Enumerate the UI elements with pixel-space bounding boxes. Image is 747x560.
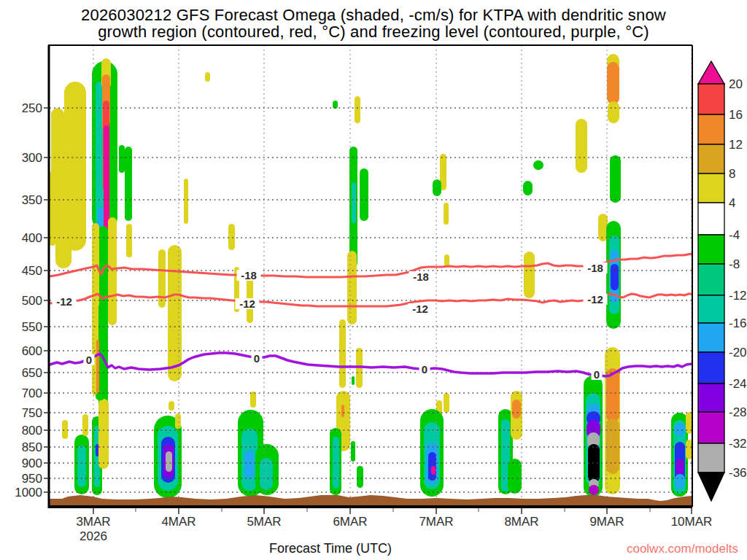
omega-blob-goldenrod [606,419,619,474]
x-axis: 3MAR20264MAR5MAR6MAR7MAR8MAR9MAR10MAR [76,508,712,543]
y-tick-label: 750 [22,406,42,420]
omega-blob-cyan [675,474,685,489]
contour-label-dendritic-minus12: -12 [239,298,255,310]
omega-blob-yellow [169,401,174,411]
x-tick-label: 8MAR [504,515,538,529]
contour-label-freezing-level-0: 0 [254,352,260,365]
omega-blob-yellow [62,420,68,439]
x-tick-label: 4MAR [161,515,196,529]
contour-label-dendritic-minus12: -12 [412,303,428,315]
colorbar-label: 12 [729,138,743,152]
y-tick-label: 450 [22,264,42,278]
omega-blob-yellow [168,245,182,381]
omega-blob-green [610,155,621,203]
colorbar-label: -24 [729,377,747,391]
x-tick-label: 10MAR [671,515,713,529]
omega-blob-green [533,160,543,170]
omega-blob-yellow [524,252,535,298]
x-tick-label: 9MAR [589,515,624,529]
omega-blob-yellow [175,413,181,429]
colorbar-label: -8 [729,257,740,271]
y-tick-label: 850 [22,440,42,454]
omega-blob-gray [166,451,172,472]
contour-label-dendritic-minus18: -18 [241,269,257,281]
omega-blob-teal [77,446,86,487]
contour-label-dendritic-minus12: -12 [587,293,603,306]
omega-blob-yellow [444,203,449,225]
colorbar-arrow-bottom [698,472,724,501]
omega-blob-green [351,441,355,462]
omega-blob-yellow [126,224,132,257]
colorbar: 20161284-4-8-12-16-20-24-28-32-36 [698,61,747,501]
omega-blob-yellow [444,393,449,413]
colorbar-segment [698,84,724,114]
omega-blob-orange [607,62,619,104]
x-tick-label: 5MAR [247,515,281,529]
x-tick-label: 3MAR [76,515,110,529]
colorbar-segment [698,174,724,203]
y-tick-label: 600 [22,344,42,358]
omega-blob-yellow [576,119,587,173]
omega-blob-blue [611,264,619,290]
omega-blob-yellow [158,249,166,308]
colorbar-segment [698,114,724,144]
contour-label-dendritic-minus18: -18 [587,262,603,274]
omega-cross-section-plot: -18-18-18-12-12-12-120000250300350400450… [0,0,747,560]
colorbar-arrow-top [698,61,724,84]
omega-blob-green [98,226,108,410]
omega-blob-yellow [50,171,55,246]
contour-label-freezing-level-0: 0 [422,363,427,376]
contour-label-dendritic-minus12: -12 [56,295,72,308]
ground-surface [50,495,692,507]
colorbar-segment [698,323,724,352]
omega-blob-magenta [431,466,436,475]
omega-blob-yellow [228,224,235,250]
y-tick-label: 950 [22,472,42,486]
omega-blob-green [360,168,368,221]
omega-blob-magenta [104,125,109,232]
omega-blob-teal [260,458,273,490]
contour-label-dendritic-minus18: -18 [413,271,429,283]
omega-blob-yellow [55,217,71,268]
omega-blob-orange [341,405,344,417]
contour-layer: -18-18-18-12-12-12-120000 [50,254,692,381]
colorbar-label: -32 [729,437,747,451]
omega-blob-green [433,179,441,196]
ground-layer [50,495,692,507]
watermark-text: coolwx.com/modelts [627,542,738,556]
y-tick-label: 700 [22,386,42,400]
colorbar-label: 4 [729,196,735,210]
omega-blob-teal [333,437,339,489]
omega-blob-cyan [244,450,255,479]
colorbar-label: -12 [729,289,747,303]
colorbar-segment [698,295,724,323]
omega-blob-purple [589,485,599,495]
colorbar-label: -4 [729,228,740,242]
colorbar-label: -36 [729,466,747,480]
colorbar-segment [698,412,724,443]
colorbar-label: -16 [729,316,747,330]
y-tick-label: 650 [22,366,42,380]
y-tick-label: 400 [22,231,42,245]
colorbar-label: -28 [729,405,747,419]
colorbar-segment [698,235,724,264]
colorbar-segment [698,443,724,472]
contour-label-freezing-level-0: 0 [594,368,600,381]
omega-blob-yellow [184,179,188,224]
omega-blob-violet [676,459,684,475]
colorbar-segment [698,264,724,295]
x-tick-label: 7MAR [419,515,453,529]
omega-blob-yellow [444,254,449,267]
x-tick-label: 6MAR [333,515,367,529]
y-tick-label: 350 [22,193,42,207]
colorbar-segment [698,384,724,412]
omega-blob-yellow [608,101,619,123]
colorbar-label: 16 [729,108,743,122]
y-tick-label: 900 [22,456,42,470]
omega-blob-yellow [98,399,109,469]
omega-blob-orange [512,400,521,419]
y-tick-label: 550 [22,320,42,334]
omega-blob-yellow [205,72,210,82]
colorbar-segment [698,352,724,384]
y-axis: 2503003504004505005506006507007508008509… [15,101,49,499]
